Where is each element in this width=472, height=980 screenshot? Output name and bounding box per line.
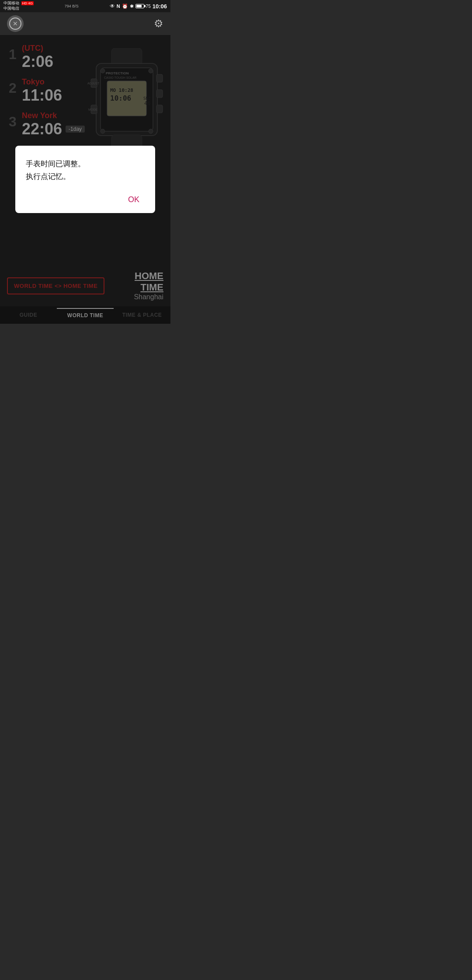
app-logo: ✕ xyxy=(7,15,24,32)
top-nav: ✕ ⚙ xyxy=(0,12,170,35)
app-icon-symbol: ✕ xyxy=(13,20,18,27)
network-speed: 794 B/S xyxy=(65,4,79,8)
battery-indicator xyxy=(135,4,144,8)
status-right: 👁 N ⏰ ✱ 75 10:06 xyxy=(110,3,167,10)
alert-dialog: 手表时间已调整。 执行点记忆。 OK xyxy=(15,146,155,214)
main-content: MO 10:28 10:06 SNZ 46 ADJUST MODE PROTEC… xyxy=(0,35,170,324)
dialog-overlay: 手表时间已调整。 执行点记忆。 OK xyxy=(0,35,170,324)
dialog-line1: 手表时间已调整。 xyxy=(26,158,145,171)
status-bar: 中国移动 HD 4G 中国电信 794 B/S 👁 N ⏰ ✱ 75 10:06 xyxy=(0,0,170,12)
bluetooth-icon: ✱ xyxy=(130,4,134,9)
nfc-icon: N xyxy=(117,4,120,9)
carrier2-label: 中国电信 xyxy=(3,6,34,11)
battery-percent: 75 xyxy=(146,4,151,9)
alarm-icon: ⏰ xyxy=(122,4,128,9)
carrier-info: 中国移动 HD 4G 中国电信 xyxy=(3,1,34,11)
carrier1-label: 中国移动 HD 4G xyxy=(3,1,34,6)
dialog-ok-button[interactable]: OK xyxy=(123,193,145,206)
dialog-footer: OK xyxy=(26,193,145,206)
dialog-message: 手表时间已调整。 执行点记忆。 xyxy=(26,158,145,183)
eye-icon: 👁 xyxy=(110,3,115,9)
dialog-line2: 执行点记忆。 xyxy=(26,171,145,183)
clock-time: 10:06 xyxy=(153,3,167,10)
settings-icon[interactable]: ⚙ xyxy=(154,18,163,30)
